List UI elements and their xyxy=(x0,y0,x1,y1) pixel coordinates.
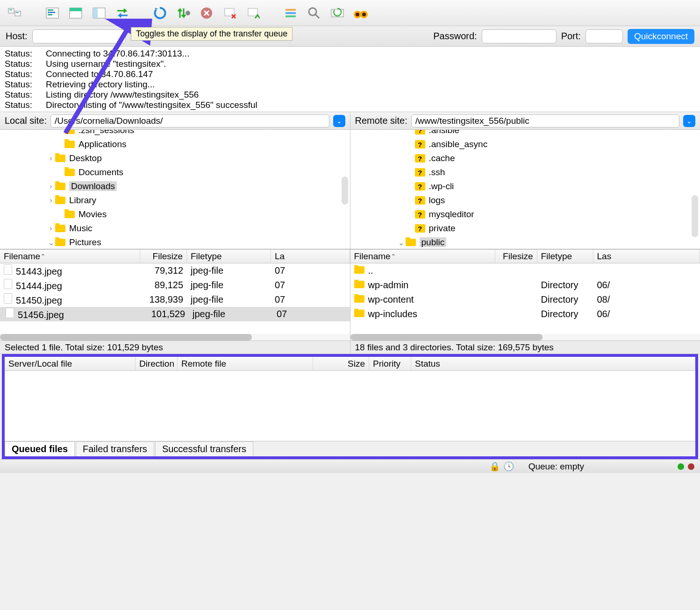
hscroll[interactable] xyxy=(0,334,350,340)
col-filename[interactable]: Filename xyxy=(0,249,140,263)
quickconnect-bar: Host: Username: Password: Port: Quickcon… xyxy=(0,26,700,47)
tree-item[interactable]: Documents xyxy=(0,165,350,179)
tree-item[interactable]: Applications xyxy=(0,137,350,151)
col-modified[interactable]: La xyxy=(271,249,350,263)
toggle-queue-icon[interactable] xyxy=(112,3,133,23)
filter-icon[interactable] xyxy=(280,3,301,23)
compare-icon[interactable] xyxy=(327,3,348,23)
file-row[interactable]: 51444.jpeg89,125jpeg-file07 xyxy=(0,278,350,292)
col-server-local[interactable]: Server/Local file xyxy=(5,357,136,370)
chevron-icon[interactable]: › xyxy=(47,154,55,163)
tree-item[interactable]: Movies xyxy=(0,207,350,221)
file-row[interactable]: 51450.jpeg138,939jpeg-file07 xyxy=(0,292,350,307)
file-row[interactable]: wp-adminDirectory06/ xyxy=(350,278,700,292)
message-log[interactable]: Status:Connecting to 34.70.86.147:30113.… xyxy=(0,47,700,112)
col-modified[interactable]: Las xyxy=(593,249,700,263)
disconnect-icon[interactable] xyxy=(220,3,240,23)
port-input[interactable] xyxy=(586,29,623,43)
col-filesize[interactable]: Filesize xyxy=(495,249,537,263)
queue-header: Server/Local file Direction Remote file … xyxy=(5,357,695,371)
tree-item[interactable]: .zsh_sessions xyxy=(0,130,350,137)
queue-body[interactable] xyxy=(5,371,695,441)
svg-point-19 xyxy=(309,8,316,15)
file-row[interactable]: 51456.jpeg101,529jpeg-file07 xyxy=(0,307,350,321)
tree-item[interactable]: ›Downloads xyxy=(0,179,350,193)
search-icon[interactable] xyxy=(304,3,324,23)
tree-item[interactable]: ?.wp-cli xyxy=(350,179,700,193)
refresh-icon[interactable] xyxy=(150,3,170,23)
tree-item-label: Applications xyxy=(79,139,126,149)
col-filetype[interactable]: Filetype xyxy=(537,249,593,263)
reconnect-icon[interactable] xyxy=(243,3,264,23)
tree-item[interactable]: ?mysqleditor xyxy=(350,207,700,221)
chevron-icon[interactable]: ⌄ xyxy=(47,238,55,247)
folder-unknown-icon: ? xyxy=(415,130,425,135)
site-manager-icon[interactable] xyxy=(5,3,25,23)
remote-file-list[interactable]: Filename Filesize Filetype Las ..wp-admi… xyxy=(350,249,700,340)
chevron-icon[interactable]: ⌄ xyxy=(397,238,406,247)
tab-queued-files[interactable]: Queued files xyxy=(5,441,75,456)
local-site-input[interactable] xyxy=(50,114,329,128)
tree-item[interactable]: ›Desktop xyxy=(0,151,350,165)
remote-site-label: Remote site: xyxy=(355,115,407,126)
tab-failed-transfers[interactable]: Failed transfers xyxy=(76,441,154,456)
password-input[interactable] xyxy=(482,29,557,43)
scrollbar-thumb[interactable] xyxy=(342,177,348,205)
quickconnect-bar-icon[interactable] xyxy=(42,3,63,23)
tree-item-label: .cache xyxy=(429,153,455,163)
tab-successful-transfers[interactable]: Successful transfers xyxy=(155,441,253,456)
tree-item-label: Documents xyxy=(79,167,123,177)
binoculars-icon[interactable] xyxy=(350,3,371,23)
local-site-label: Local site: xyxy=(5,115,47,126)
tree-item[interactable]: ⌄Pictures xyxy=(0,235,350,249)
status-led-green xyxy=(678,463,684,470)
tree-item[interactable]: ›Music xyxy=(0,221,350,235)
file-row[interactable]: wp-includesDirectory06/ xyxy=(350,307,700,321)
file-row[interactable]: 51443.jpeg79,312jpeg-file07 xyxy=(0,263,350,278)
tree-item[interactable]: ?private xyxy=(350,221,700,235)
tree-item[interactable]: ?.ssh xyxy=(350,165,700,179)
hscroll[interactable] xyxy=(350,334,700,340)
chevron-icon[interactable]: › xyxy=(47,182,55,191)
col-filesize[interactable]: Filesize xyxy=(140,249,187,263)
host-input[interactable] xyxy=(32,29,126,43)
remote-site-dropdown-icon[interactable]: ⌄ xyxy=(683,115,695,127)
tree-item[interactable]: ?.ansible xyxy=(350,130,700,137)
tree-item-label: Library xyxy=(69,195,96,206)
chevron-icon[interactable]: › xyxy=(47,196,55,205)
tree-item[interactable]: ›Library xyxy=(0,193,350,207)
remote-site-input[interactable] xyxy=(411,114,679,128)
folder-icon xyxy=(55,197,65,204)
file-row[interactable]: .. xyxy=(350,263,700,278)
col-priority[interactable]: Priority xyxy=(369,357,411,370)
quickconnect-button[interactable]: Quickconnect xyxy=(628,29,694,44)
col-status[interactable]: Status xyxy=(411,357,695,370)
col-filename[interactable]: Filename xyxy=(350,249,495,263)
local-site-dropdown-icon[interactable]: ⌄ xyxy=(333,115,345,127)
local-file-list[interactable]: Filename Filesize Filetype La 51443.jpeg… xyxy=(0,249,350,340)
file-row[interactable]: wp-contentDirectory08/ xyxy=(350,292,700,307)
col-size[interactable]: Size xyxy=(313,357,369,370)
cancel-icon[interactable] xyxy=(196,3,217,23)
tree-item-label: Pictures xyxy=(69,237,101,248)
tree-item-label: public xyxy=(420,237,447,248)
tree-item[interactable]: ?.ansible_async xyxy=(350,137,700,151)
process-queue-icon[interactable] xyxy=(173,3,193,23)
tree-item-label: Desktop xyxy=(69,153,102,163)
col-remote-file[interactable]: Remote file xyxy=(178,357,313,370)
tree-item[interactable]: ?.cache xyxy=(350,151,700,165)
local-tree[interactable]: .zsh_sessionsApplications›DesktopDocumen… xyxy=(0,130,350,249)
tree-item-label: Music xyxy=(69,223,93,234)
toggle-dirtree-icon[interactable] xyxy=(89,3,109,23)
scrollbar-thumb[interactable] xyxy=(692,195,698,237)
col-filetype[interactable]: Filetype xyxy=(187,249,271,263)
svg-rect-6 xyxy=(48,12,55,13)
chevron-icon[interactable]: › xyxy=(47,224,55,233)
remote-tree[interactable]: ?.ansible?.ansible_async?.cache?.ssh?.wp… xyxy=(350,130,700,249)
tree-item[interactable]: ⌄public xyxy=(350,235,700,249)
svg-rect-18 xyxy=(286,15,296,17)
file-icon xyxy=(6,308,14,318)
toggle-log-icon[interactable] xyxy=(65,3,86,23)
tree-item[interactable]: ?logs xyxy=(350,193,700,207)
col-direction[interactable]: Direction xyxy=(136,357,178,370)
